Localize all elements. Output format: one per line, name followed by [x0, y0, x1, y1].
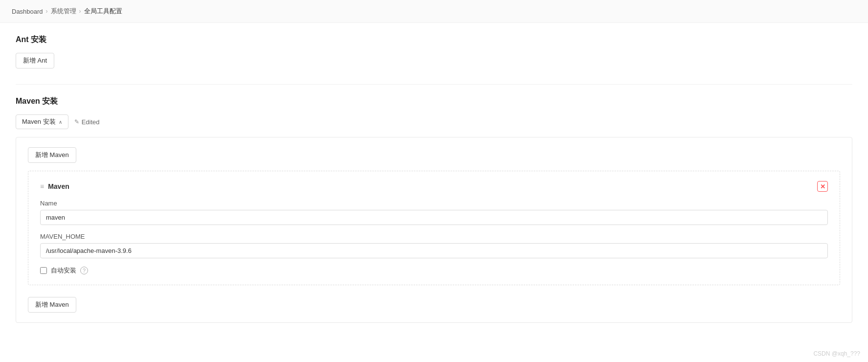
add-maven-bottom-button[interactable]: 新增 Maven	[28, 297, 76, 313]
breadcrumb-system-mgmt[interactable]: 系统管理	[51, 7, 76, 16]
maven-section-title: Maven 安装	[16, 96, 852, 107]
add-ant-button[interactable]: 新增 Ant	[16, 53, 54, 68]
edited-text: Edited	[82, 118, 100, 126]
auto-install-row: 自动安装 ?	[40, 266, 828, 275]
edited-status: ✎ Edited	[74, 118, 100, 126]
maven-home-field: MAVEN_HOME	[40, 233, 828, 258]
add-maven-top-button[interactable]: 新增 Maven	[28, 147, 76, 163]
accordion-header: Maven 安装 ∧ ✎ Edited	[16, 114, 852, 129]
ant-section-title: Ant 安装	[16, 35, 852, 45]
accordion-label: Maven 安装	[22, 117, 56, 126]
help-icon[interactable]: ?	[80, 267, 88, 274]
maven-item-close-button[interactable]: ✕	[817, 181, 828, 192]
chevron-up-icon: ∧	[59, 119, 62, 125]
breadcrumb: Dashboard › 系统管理 › 全局工具配置	[0, 0, 868, 23]
name-field: Name	[40, 200, 828, 225]
name-label: Name	[40, 200, 828, 207]
maven-item-header: ≡ Maven ✕	[40, 181, 828, 192]
name-input[interactable]	[40, 210, 828, 225]
breadcrumb-current: 全局工具配置	[84, 7, 122, 16]
maven-home-input[interactable]	[40, 243, 828, 258]
maven-section: Maven 安装 Maven 安装 ∧ ✎ Edited 新增 Maven	[16, 96, 852, 323]
breadcrumb-separator-1: ›	[46, 8, 48, 15]
pencil-icon: ✎	[74, 118, 79, 125]
auto-install-checkbox[interactable]	[40, 267, 47, 274]
maven-item-name: Maven	[48, 182, 69, 190]
section-divider	[16, 84, 852, 85]
maven-item-title: ≡ Maven	[40, 182, 69, 190]
main-content: Ant 安装 新增 Ant Maven 安装 Maven 安装 ∧ ✎ Edit…	[0, 23, 868, 335]
ant-section: Ant 安装 新增 Ant	[16, 35, 852, 68]
maven-home-label: MAVEN_HOME	[40, 233, 828, 240]
page-container: Dashboard › 系统管理 › 全局工具配置 Ant 安装 新增 Ant …	[0, 0, 868, 362]
breadcrumb-dashboard[interactable]: Dashboard	[12, 8, 43, 15]
maven-accordion-button[interactable]: Maven 安装 ∧	[16, 114, 68, 129]
drag-handle-icon[interactable]: ≡	[40, 182, 44, 190]
breadcrumb-separator-2: ›	[79, 8, 81, 15]
auto-install-label: 自动安装	[51, 266, 76, 275]
maven-expanded-panel: 新增 Maven ≡ Maven ✕ Name	[16, 137, 852, 323]
watermark: CSDN @xqh_???	[813, 350, 860, 357]
maven-item-card: ≡ Maven ✕ Name MAVEN_HOME	[28, 171, 840, 285]
